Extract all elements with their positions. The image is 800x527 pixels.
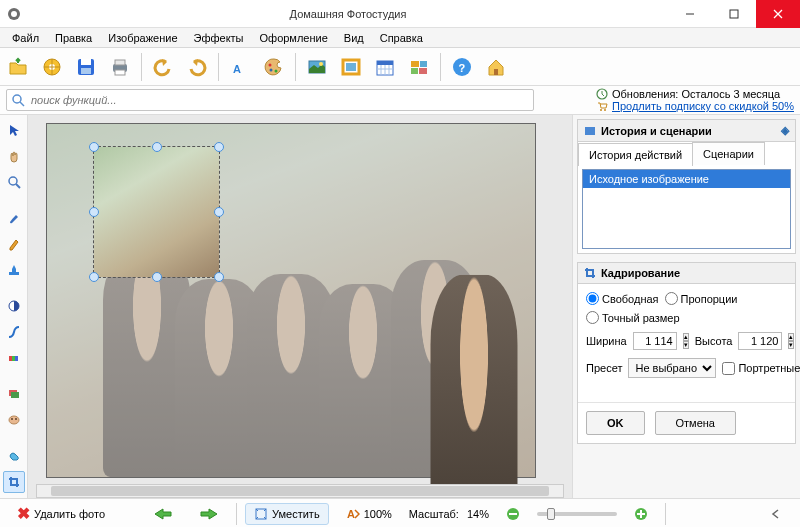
open-button[interactable]	[2, 51, 34, 83]
canvas-h-scrollbar[interactable]	[36, 484, 564, 498]
palette-button[interactable]	[258, 51, 290, 83]
next-button[interactable]	[190, 503, 228, 525]
history-item[interactable]: Исходное изображение	[583, 170, 790, 188]
height-spinner[interactable]: ▴▾	[788, 333, 794, 349]
zoom-100-button[interactable]: A100%	[337, 503, 401, 525]
home-button[interactable]	[480, 51, 512, 83]
width-spinner[interactable]: ▴▾	[683, 333, 689, 349]
mode-free[interactable]: Свободная	[586, 292, 659, 305]
collage-button[interactable]	[403, 51, 435, 83]
crop-panel: Кадрирование Свободная Пропорции Точный …	[577, 262, 796, 444]
svg-point-18	[270, 68, 273, 71]
actual-size-icon: A	[346, 507, 360, 521]
app-icon	[0, 6, 28, 22]
right-panel: История и сценарии ◈ История действий Сц…	[572, 115, 800, 498]
svg-rect-33	[419, 68, 427, 74]
crop-handle-e[interactable]	[214, 207, 224, 217]
minimize-button[interactable]	[668, 0, 712, 28]
ok-button[interactable]: OK	[586, 411, 645, 435]
pencil-tool[interactable]	[3, 233, 25, 255]
crop-handle-n[interactable]	[152, 142, 162, 152]
fit-button[interactable]: Уместить	[245, 503, 329, 525]
svg-line-43	[16, 184, 20, 188]
mode-exact[interactable]: Точный размер	[586, 311, 680, 324]
redo-button[interactable]	[181, 51, 213, 83]
hue-tool[interactable]	[3, 347, 25, 369]
preset-select[interactable]: Не выбрано	[628, 358, 716, 378]
portraits-check[interactable]: Портретные	[722, 362, 800, 375]
save-button[interactable]	[70, 51, 102, 83]
expand-panel-button[interactable]	[760, 503, 792, 525]
crop-selection[interactable]	[93, 146, 220, 278]
menu-effects[interactable]: Эффекты	[186, 30, 252, 46]
window-title: Домашняя Фотостудия	[28, 8, 668, 20]
maximize-button[interactable]	[712, 0, 756, 28]
retouch-tool[interactable]	[3, 409, 25, 431]
brightness-tool[interactable]	[3, 295, 25, 317]
titlebar: Домашняя Фотостудия	[0, 0, 800, 28]
help-button[interactable]: ?	[446, 51, 478, 83]
mode-prop[interactable]: Пропорции	[665, 292, 738, 305]
crop-handle-s[interactable]	[152, 272, 162, 282]
height-input[interactable]	[738, 332, 782, 350]
crop-handle-nw[interactable]	[89, 142, 99, 152]
text-button[interactable]: A	[224, 51, 256, 83]
menu-design[interactable]: Оформление	[252, 30, 336, 46]
undo-button[interactable]	[147, 51, 179, 83]
tool-strip	[0, 115, 28, 498]
menu-edit[interactable]: Правка	[47, 30, 100, 46]
menu-image[interactable]: Изображение	[100, 30, 185, 46]
crop-handle-w[interactable]	[89, 207, 99, 217]
menu-help[interactable]: Справка	[372, 30, 431, 46]
workspace: История и сценарии ◈ История действий Сц…	[0, 115, 800, 498]
zoom-out-button[interactable]	[497, 503, 529, 525]
main-toolbar: A ?	[0, 48, 800, 86]
close-button[interactable]	[756, 0, 800, 28]
width-input[interactable]	[633, 332, 677, 350]
history-list[interactable]: Исходное изображение	[582, 169, 791, 249]
crop-handle-ne[interactable]	[214, 142, 224, 152]
prev-button[interactable]	[144, 503, 182, 525]
hand-tool[interactable]	[3, 145, 25, 167]
crop-handle-sw[interactable]	[89, 272, 99, 282]
tab-history[interactable]: История действий	[578, 143, 693, 166]
eraser-tool[interactable]	[3, 445, 25, 467]
search-box[interactable]	[6, 89, 534, 111]
crop-handle-se[interactable]	[214, 272, 224, 282]
svg-point-51	[11, 418, 13, 420]
catalog-button[interactable]	[36, 51, 68, 83]
search-input[interactable]	[25, 94, 529, 106]
svg-rect-11	[81, 59, 91, 65]
cart-icon	[596, 100, 608, 112]
tab-scenarios[interactable]: Сценарии	[692, 142, 765, 165]
search-row: Обновления: Осталось 3 месяца Продлить п…	[0, 86, 800, 115]
svg-point-41	[604, 109, 606, 111]
brush-tool[interactable]	[3, 207, 25, 229]
svg-rect-36	[494, 69, 498, 75]
svg-rect-49	[11, 392, 19, 398]
print-button[interactable]	[104, 51, 136, 83]
svg-rect-46	[12, 356, 15, 361]
canvas[interactable]	[46, 123, 536, 478]
zoom-label: Масштаб:	[409, 508, 459, 520]
enhance-button[interactable]	[301, 51, 333, 83]
frame-button[interactable]	[335, 51, 367, 83]
svg-rect-31	[420, 61, 427, 67]
crop-tool[interactable]	[3, 471, 25, 493]
layers-tool[interactable]	[3, 383, 25, 405]
delete-photo-button[interactable]: ✖Удалить фото	[8, 500, 114, 527]
renew-link[interactable]: Продлить подписку со скидкой 50%	[612, 100, 794, 112]
svg-point-19	[275, 69, 278, 72]
zoom-tool[interactable]	[3, 171, 25, 193]
menu-view[interactable]: Вид	[336, 30, 372, 46]
zoom-slider[interactable]	[537, 512, 617, 516]
stamp-tool[interactable]	[3, 259, 25, 281]
calendar-button[interactable]	[369, 51, 401, 83]
menu-file[interactable]: Файл	[4, 30, 47, 46]
pointer-tool[interactable]	[3, 119, 25, 141]
curves-tool[interactable]	[3, 321, 25, 343]
collapse-icon[interactable]: ◈	[781, 124, 789, 137]
svg-rect-23	[346, 63, 356, 71]
zoom-in-button[interactable]	[625, 503, 657, 525]
cancel-button[interactable]: Отмена	[655, 411, 736, 435]
